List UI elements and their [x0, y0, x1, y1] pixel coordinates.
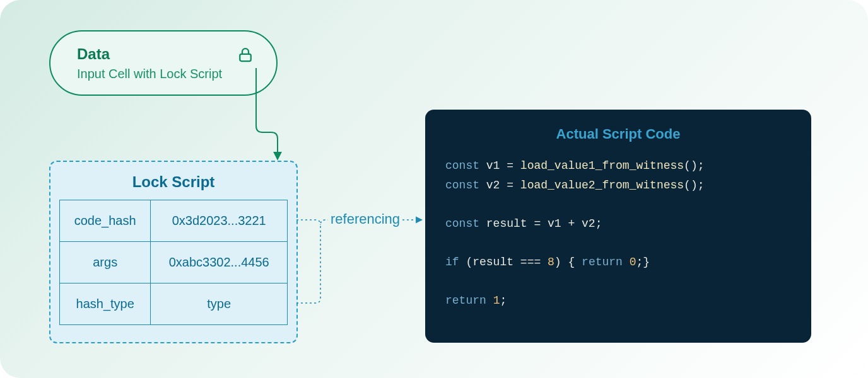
data-cell-subtitle: Input Cell with Lock Script — [77, 67, 250, 81]
code-keyword: const — [445, 217, 479, 230]
code-keyword: return — [582, 256, 623, 268]
table-row: args 0xabc3302...4456 — [60, 242, 288, 284]
code-keyword: if — [445, 256, 459, 268]
dotted-code-hash-branch — [296, 220, 320, 225]
code-number: 8 — [548, 256, 554, 268]
code-panel: Actual Script Code const v1 = load_value… — [425, 110, 811, 343]
code-text: = — [507, 159, 520, 172]
diagram-canvas: Data Input Cell with Lock Script Lock Sc… — [0, 0, 868, 378]
data-cell: Data Input Cell with Lock Script — [49, 30, 278, 96]
code-text: ;} — [636, 256, 650, 268]
lock-script-title: Lock Script — [59, 173, 288, 191]
code-text: (result === — [459, 256, 548, 268]
code-text: v1 + v2; — [548, 217, 602, 230]
code-keyword: const — [445, 159, 479, 172]
data-cell-title: Data — [77, 45, 250, 63]
code-number: 1 — [493, 294, 500, 307]
code-text: v2 — [479, 179, 507, 192]
code-text: v1 — [479, 159, 507, 172]
cell-hash-type-key: hash_type — [60, 284, 151, 325]
lock-script-table: code_hash 0x3d2023...3221 args 0xabc3302… — [59, 200, 288, 325]
code-function: load_value1_from_witness — [520, 159, 684, 172]
code-text — [486, 294, 493, 307]
lock-script-panel: Lock Script code_hash 0x3d2023...3221 ar… — [49, 161, 298, 343]
table-row: hash_type type — [60, 284, 288, 325]
table-row: code_hash 0x3d2023...3221 — [60, 200, 288, 242]
cell-args-key: args — [60, 242, 151, 284]
code-text: ) { — [554, 256, 582, 268]
code-text: ; — [500, 294, 507, 307]
code-number: 0 — [630, 256, 636, 268]
code-keyword: const — [445, 179, 479, 192]
code-function: load_value2_from_witness — [520, 179, 684, 192]
cell-code-hash-key: code_hash — [60, 200, 151, 242]
code-text: = — [534, 217, 548, 230]
cell-code-hash-value: 0x3d2023...3221 — [151, 200, 288, 242]
code-keyword: return — [445, 294, 486, 307]
code-text: (); — [684, 159, 704, 172]
dotted-hash-type-branch — [296, 220, 328, 303]
referencing-label: referencing — [328, 211, 402, 227]
svg-rect-0 — [240, 54, 251, 61]
cell-args-value: 0xabc3302...4456 — [151, 242, 288, 284]
code-panel-body: const v1 = load_value1_from_witness(); c… — [445, 156, 791, 311]
code-text: = — [507, 179, 520, 192]
code-text — [623, 256, 630, 268]
code-text: (); — [684, 179, 704, 192]
cell-hash-type-value: type — [151, 284, 288, 325]
code-panel-title: Actual Script Code — [445, 126, 791, 142]
code-text: result — [479, 217, 534, 230]
lock-icon — [236, 45, 255, 64]
